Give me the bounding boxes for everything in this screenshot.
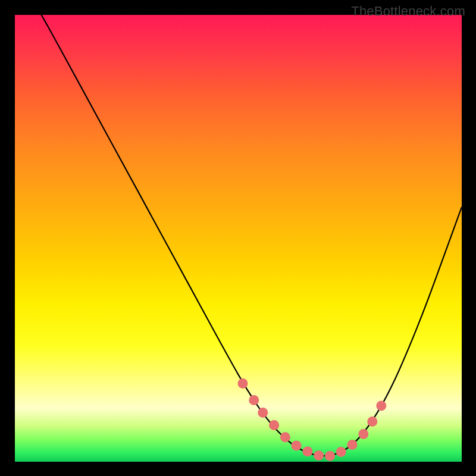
highlight-dot (238, 378, 248, 389)
highlight-dot (376, 401, 386, 411)
highlight-dots-group (238, 378, 387, 461)
attribution-label: TheBottleneck.com (351, 4, 465, 19)
highlight-dot (249, 395, 259, 405)
plot-area (15, 15, 462, 462)
highlight-dot (347, 440, 358, 450)
highlight-dot (367, 416, 377, 427)
highlight-dot (336, 447, 346, 457)
highlight-dot (280, 432, 290, 442)
curve-svg (15, 15, 462, 462)
highlight-dot (292, 441, 302, 451)
highlight-dot (269, 420, 279, 430)
highlight-dot (314, 450, 324, 461)
bottleneck-curve-line (15, 15, 462, 456)
chart-container: TheBottleneck.com (0, 0, 476, 476)
highlight-dot (325, 451, 335, 461)
highlight-dot (358, 429, 368, 439)
highlight-dot (302, 446, 312, 456)
highlight-dot (258, 408, 268, 418)
